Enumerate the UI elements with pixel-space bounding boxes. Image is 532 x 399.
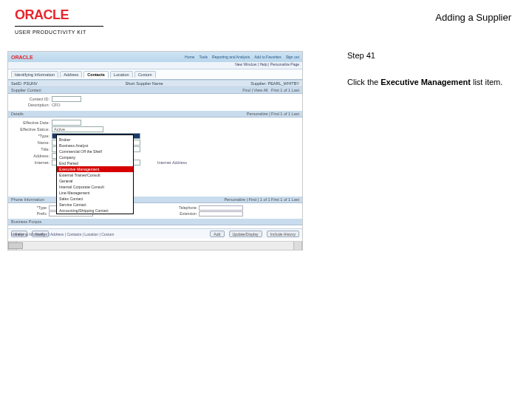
opt-line-management[interactable]: Line Management [57,190,133,196]
type-label: *Type: [11,134,50,138]
nav-tools[interactable]: Tools [199,55,208,59]
horizontal-scrollbar[interactable] [8,241,302,250]
description-label: Description: [11,103,50,107]
opt-end-parted[interactable]: End Parted [57,160,133,166]
supplier-label: Supplier: PEARL_WHITBY [250,81,299,86]
address-label: Address: [11,154,50,158]
opt-cots[interactable]: Commercial Off the Shelf [57,149,133,154]
brand-text: ORACLE [15,7,103,23]
oracle-upk-logo: ORACLE USER PRODUCTIVITY KIT [15,7,103,35]
internet-label: Internet: [11,160,50,165]
description-value: CFO [52,103,61,107]
add-button[interactable]: Add [210,231,224,237]
tab-identifying[interactable]: Identifying Information [11,71,58,78]
nav-home[interactable]: Home [185,55,194,59]
contact-id-label: Contact ID: [11,97,50,101]
panel-find-link[interactable]: Find | View All [242,88,267,92]
type-dropdown-list[interactable]: Broker Business Analyst Commercial Off t… [56,134,134,214]
instruction-post: list item. [471,78,502,86]
eff-status-label: Effective Status: [11,127,50,132]
nav-signout[interactable]: Sign out [286,55,299,59]
opt-internal-consult[interactable]: Internal Corporate Consult [57,184,133,190]
subheader-links[interactable]: New Window | Help | Personalize Page [8,62,302,69]
details-pager: Personalize | Find 1 of 1 Last [247,112,299,116]
title-label: Title: [11,147,50,151]
opt-sales-contact[interactable]: Sales Contact [57,196,133,202]
step-number: Step 41 [347,51,517,60]
prefix-label: Prefix [13,211,47,216]
page-title: Adding a Supplier [435,12,511,23]
opt-business-analyst[interactable]: Business Analyst [57,143,133,149]
include-history-button[interactable]: Include History [267,231,299,237]
panel-title-supplier-contact: Supplier Contact [11,88,41,92]
tab-location[interactable]: Location [110,71,133,78]
tab-custom[interactable]: Custom [134,71,156,78]
brand-sub-text: USER PRODUCTIVITY KIT [15,30,103,35]
opt-company[interactable]: Company [57,154,133,160]
business-purpose-header: Business Purpos [11,219,41,224]
setid-label: SetID: PSUNV [11,81,38,86]
opt-broker[interactable]: Broker [57,137,133,143]
type2-label: *Type [13,205,47,211]
telephone-label: Telephone [163,205,197,211]
panel-pager: First 1 of 1 Last [271,88,299,92]
nav-reporting[interactable]: Reporting and Analysis [212,55,250,59]
opt-shipping-contact[interactable]: Accounting/Shipping Contact [57,208,133,214]
bottom-tab-links[interactable]: Identifying Information | Address | Cont… [11,232,114,236]
eff-date-input[interactable] [52,120,81,126]
phone-section-header: Phone Information [11,197,44,202]
contact-id-input[interactable] [52,96,81,102]
internet-address-text: Internet Address [157,160,187,165]
opt-executive-management[interactable]: Executive Management [57,166,133,172]
opt-general[interactable]: General [57,178,133,184]
tab-address[interactable]: Address [60,71,82,78]
scroll-right-arrow-icon[interactable] [293,242,302,250]
extension-input[interactable] [199,211,243,216]
instruction-bold: Executive Management [381,78,471,86]
short-supplier-label: Short Supplier Name [125,81,163,86]
oracle-logo-mini: ORACLE [11,55,33,60]
phone-section-pager: Personalize | Find | 1 of 1 First 1 of 1… [224,197,299,202]
telephone-input[interactable] [199,205,243,211]
name-label: Name: [11,140,50,145]
nav-favorites[interactable]: Add to Favorites [254,55,281,59]
eff-date-label: Effective Date: [11,120,50,125]
instruction-pre: Click the [347,78,381,86]
scroll-thumb[interactable] [8,242,23,249]
details-bar: Details [11,112,24,116]
eff-status-select[interactable]: Active [52,126,103,132]
instruction-text: Click the Executive Management list item… [347,78,517,86]
tab-contacts[interactable]: Contacts [83,71,109,78]
extension-label: Extension [163,211,197,216]
opt-service-contact[interactable]: Service Contact [57,202,133,208]
app-screenshot: ORACLE Home Tools Reporting and Analysis… [7,51,303,250]
opt-external-trainer[interactable]: External Trainer/Consult [57,172,133,178]
update-display-button[interactable]: Update/Display [229,231,262,237]
